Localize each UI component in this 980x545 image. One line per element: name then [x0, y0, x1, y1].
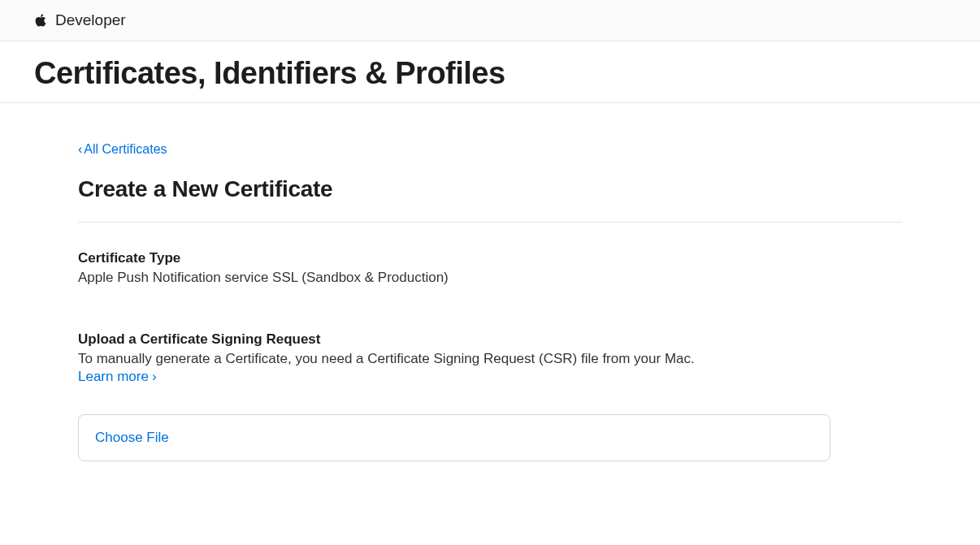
upload-csr-heading: Upload a Certificate Signing Request	[78, 331, 902, 348]
main-content: ‹ All Certificates Create a New Certific…	[0, 103, 980, 494]
back-all-certificates-link[interactable]: ‹ All Certificates	[78, 142, 167, 157]
choose-file-label: Choose File	[95, 430, 169, 445]
learn-more-label: Learn more	[78, 369, 149, 385]
page-title: Certificates, Identifiers & Profiles	[34, 56, 946, 91]
page-header: Certificates, Identifiers & Profiles	[0, 41, 980, 103]
developer-label[interactable]: Developer	[55, 11, 126, 29]
upload-csr-description: To manually generate a Certificate, you …	[78, 351, 902, 367]
certificate-type-label: Certificate Type	[78, 250, 902, 266]
apple-logo-icon[interactable]	[34, 13, 49, 28]
divider	[78, 222, 902, 223]
certificate-type-value: Apple Push Notification service SSL (San…	[78, 270, 902, 286]
choose-file-button[interactable]: Choose File	[78, 414, 830, 461]
learn-more-link[interactable]: Learn more ›	[78, 369, 157, 385]
section-title: Create a New Certificate	[78, 176, 902, 202]
chevron-right-icon: ›	[152, 369, 157, 385]
chevron-left-icon: ‹	[78, 142, 82, 157]
top-bar: Developer	[0, 0, 980, 41]
back-link-label: All Certificates	[84, 142, 167, 157]
